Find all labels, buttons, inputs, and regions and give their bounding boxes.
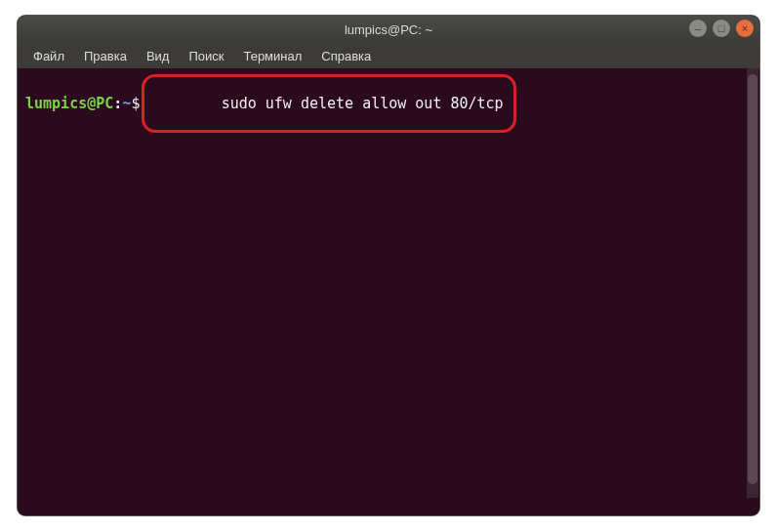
- menu-view[interactable]: Вид: [139, 47, 178, 65]
- maximize-button[interactable]: □: [713, 20, 730, 37]
- close-button[interactable]: ×: [736, 20, 754, 37]
- terminal-body[interactable]: lumpics@PC:~$ sudo ufw delete allow out …: [18, 68, 759, 515]
- scrollbar-thumb[interactable]: [748, 74, 757, 484]
- minimize-button[interactable]: –: [689, 20, 707, 37]
- terminal-window: lumpics@PC: ~ – □ × Файл Правка Вид Поис…: [18, 16, 759, 515]
- window-controls: – □ ×: [689, 20, 754, 37]
- scrollbar-vertical[interactable]: [747, 68, 758, 498]
- menu-search[interactable]: Поиск: [181, 47, 231, 65]
- titlebar: lumpics@PC: ~ – □ ×: [18, 16, 759, 43]
- menu-edit[interactable]: Правка: [76, 47, 135, 65]
- menu-help[interactable]: Справка: [313, 47, 379, 65]
- prompt-user-host: lumpics@PC: [25, 95, 113, 112]
- prompt-symbol: $: [131, 95, 140, 112]
- command-highlight: sudo ufw delete allow out 80/tcp: [142, 74, 515, 133]
- menu-terminal[interactable]: Терминал: [235, 47, 309, 65]
- window-title: lumpics@PC: ~: [18, 22, 759, 37]
- menubar: Файл Правка Вид Поиск Терминал Справка: [18, 43, 759, 68]
- prompt-colon: :: [113, 95, 122, 112]
- prompt-line: lumpics@PC:~$ sudo ufw delete allow out …: [25, 74, 752, 133]
- command-text: sudo ufw delete allow out 80/tcp: [222, 95, 504, 112]
- prompt-path: ~: [122, 95, 131, 112]
- menu-file[interactable]: Файл: [25, 47, 72, 65]
